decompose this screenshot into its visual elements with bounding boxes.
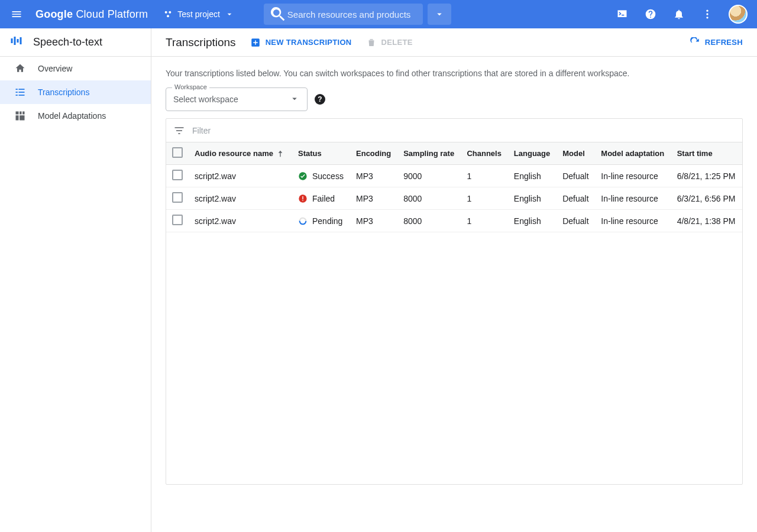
svg-rect-12 <box>16 92 18 93</box>
col-start[interactable]: Start time <box>671 142 742 165</box>
cell-sampling: 8000 <box>397 210 461 232</box>
transcriptions-table: Audio resource name Status Encoding Samp… <box>166 142 742 232</box>
search-scope-dropdown[interactable] <box>428 4 451 25</box>
cell-channels: 1 <box>461 187 507 210</box>
caret-down-icon <box>289 93 300 106</box>
more-button[interactable] <box>695 2 719 26</box>
svg-rect-23 <box>302 196 303 199</box>
col-adaptation[interactable]: Model adaptation <box>595 142 671 165</box>
help-icon <box>645 8 656 20</box>
cell-channels: 1 <box>461 210 507 232</box>
cell-sampling: 8000 <box>397 187 461 210</box>
cell-name: script2.wav <box>189 210 292 232</box>
page-title: Transcriptions <box>166 36 236 49</box>
search-input[interactable] <box>287 9 418 20</box>
sidebar: Speech-to-text Overview Transcriptions M… <box>0 28 151 532</box>
product-logo-icon <box>9 34 24 51</box>
table-row[interactable]: script2.wavFailedMP380001EnglishDefualtI… <box>166 187 742 210</box>
cell-language: English <box>508 210 557 232</box>
svg-point-0 <box>165 11 167 14</box>
project-picker[interactable]: Test project <box>157 4 240 25</box>
grid-icon <box>14 110 26 122</box>
refresh-icon <box>690 37 700 48</box>
brand-title: Google Cloud Platform <box>33 8 153 21</box>
product-header: Speech-to-text <box>0 28 151 57</box>
cloud-shell-button[interactable] <box>610 2 634 26</box>
cell-model: Defualt <box>557 165 595 187</box>
cloud-shell-icon <box>616 8 628 20</box>
bell-icon <box>673 8 685 20</box>
workspace-help-button[interactable]: ? <box>315 94 325 105</box>
cell-status: Pending <box>292 210 350 232</box>
col-model[interactable]: Model <box>557 142 595 165</box>
svg-rect-18 <box>22 112 24 115</box>
refresh-button[interactable]: REFRESH <box>690 37 743 48</box>
page-description: Your transcriptions listed below. You ca… <box>166 69 743 78</box>
col-encoding[interactable]: Encoding <box>350 142 397 165</box>
search-box[interactable] <box>264 4 423 25</box>
cell-adaptation: In-line resource <box>595 187 671 210</box>
new-transcription-button[interactable]: NEW TRANSCRIPTION <box>250 37 352 48</box>
caret-down-icon <box>225 9 234 19</box>
top-app-bar: Google Cloud Platform Test project <box>0 0 757 28</box>
sidebar-item-label: Transcriptions <box>38 87 89 97</box>
notifications-button[interactable] <box>667 2 691 26</box>
svg-rect-10 <box>16 89 18 90</box>
row-checkbox[interactable] <box>172 170 183 180</box>
col-status[interactable]: Status <box>292 142 350 165</box>
table-row[interactable]: script2.wavSuccessMP390001EnglishDefualt… <box>166 165 742 187</box>
cell-start: 6/8/21, 1:25 PM <box>671 165 742 187</box>
svg-rect-16 <box>16 112 19 115</box>
cell-start: 4/8/21, 1:38 PM <box>671 210 742 232</box>
col-language[interactable]: Language <box>508 142 557 165</box>
cell-adaptation: In-line resource <box>595 165 671 187</box>
col-name[interactable]: Audio resource name <box>189 142 292 165</box>
cell-encoding: MP3 <box>350 210 397 232</box>
sidebar-item-model-adaptations[interactable]: Model Adaptations <box>0 104 151 128</box>
svg-point-5 <box>706 17 708 18</box>
cell-encoding: MP3 <box>350 165 397 187</box>
svg-rect-19 <box>16 115 19 120</box>
svg-rect-13 <box>19 92 25 93</box>
filter-row <box>166 119 742 142</box>
svg-rect-20 <box>20 115 24 120</box>
product-name: Speech-to-text <box>33 36 102 48</box>
cell-name: script2.wav <box>189 165 292 187</box>
account-avatar[interactable] <box>729 5 748 24</box>
workspace-selected: Select workspace <box>173 95 238 104</box>
svg-rect-11 <box>19 89 25 90</box>
svg-rect-14 <box>16 95 18 96</box>
select-all-checkbox[interactable] <box>172 147 183 158</box>
row-checkbox[interactable] <box>172 192 183 203</box>
row-checkbox[interactable] <box>172 215 183 225</box>
cell-channels: 1 <box>461 165 507 187</box>
home-icon <box>14 63 26 74</box>
sidebar-item-transcriptions[interactable]: Transcriptions <box>0 80 151 104</box>
svg-rect-17 <box>20 112 21 115</box>
svg-rect-15 <box>19 95 25 96</box>
help-button[interactable] <box>639 2 662 26</box>
project-name: Test project <box>177 9 220 19</box>
cell-status: Success <box>292 165 350 187</box>
col-sampling[interactable]: Sampling rate <box>397 142 461 165</box>
transcriptions-table-card: Audio resource name Status Encoding Samp… <box>166 118 743 485</box>
filter-input[interactable] <box>192 126 735 135</box>
cell-sampling: 9000 <box>397 165 461 187</box>
hamburger-icon <box>11 8 22 20</box>
workspace-label: Workspace <box>172 83 209 90</box>
more-vert-icon <box>701 8 713 20</box>
cell-language: English <box>508 187 557 210</box>
menu-button[interactable] <box>5 2 28 26</box>
sidebar-item-overview[interactable]: Overview <box>0 57 151 80</box>
delete-button: DELETE <box>366 37 413 48</box>
svg-point-4 <box>706 13 708 15</box>
cell-status: Failed <box>292 187 350 210</box>
list-icon <box>14 86 26 98</box>
add-box-icon <box>250 37 261 48</box>
cell-encoding: MP3 <box>350 187 397 210</box>
col-channels[interactable]: Channels <box>461 142 507 165</box>
workspace-select[interactable]: Workspace Select workspace <box>166 87 308 111</box>
svg-point-2 <box>167 15 169 17</box>
cell-start: 6/3/21, 6:56 PM <box>671 187 742 210</box>
table-row[interactable]: script2.wavPendingMP380001EnglishDefualt… <box>166 210 742 232</box>
